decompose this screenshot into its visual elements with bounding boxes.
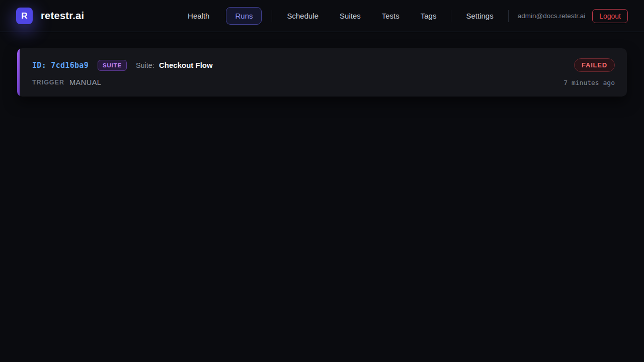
- brand[interactable]: R retestr.ai: [16, 8, 84, 24]
- nav-item-health[interactable]: Health: [186, 8, 211, 24]
- brand-logo-icon: R: [16, 8, 33, 24]
- nav-divider: [508, 10, 509, 22]
- run-timestamp: 7 minutes ago: [564, 79, 615, 86]
- suite-label: Suite:: [136, 61, 154, 69]
- nav-item-tests[interactable]: Tests: [380, 8, 401, 24]
- nav-item-runs[interactable]: Runs: [226, 7, 262, 25]
- run-card-accent-strip: [17, 48, 20, 97]
- logout-button[interactable]: Logout: [592, 9, 628, 23]
- main-nav: Health Runs Schedule Suites Tests Tags S…: [177, 7, 628, 25]
- main-content: ID: 7cd16ba9 SUITE Suite: Checkout Flow …: [0, 32, 644, 113]
- nav-item-settings[interactable]: Settings: [464, 8, 495, 24]
- run-card-bottom-row: TRIGGER MANUAL 7 minutes ago: [32, 78, 615, 86]
- run-id: ID: 7cd16ba9: [32, 61, 89, 70]
- nav-item-suites[interactable]: Suites: [338, 8, 363, 24]
- run-type-badge: SUITE: [98, 60, 127, 71]
- nav-divider: [451, 10, 451, 22]
- nav-divider: [272, 10, 272, 22]
- nav-item-tags[interactable]: Tags: [419, 8, 439, 24]
- status-badge-failed: FAILED: [574, 58, 615, 72]
- suite-name: Checkout Flow: [159, 61, 213, 69]
- top-navigation-bar: R retestr.ai Health Runs Schedule Suites…: [0, 0, 644, 32]
- trigger-value: MANUAL: [69, 78, 101, 86]
- run-card-top-row: ID: 7cd16ba9 SUITE Suite: Checkout Flow …: [32, 58, 615, 72]
- brand-logo-letter: R: [21, 11, 27, 21]
- run-card[interactable]: ID: 7cd16ba9 SUITE Suite: Checkout Flow …: [17, 48, 627, 97]
- nav-item-schedule[interactable]: Schedule: [285, 8, 320, 24]
- trigger-label: TRIGGER: [32, 79, 64, 86]
- brand-name: retestr.ai: [41, 10, 84, 22]
- user-email: admin@docs.retestr.ai: [518, 12, 586, 20]
- run-id-value: 7cd16ba9: [51, 61, 89, 70]
- run-id-label: ID:: [32, 61, 46, 70]
